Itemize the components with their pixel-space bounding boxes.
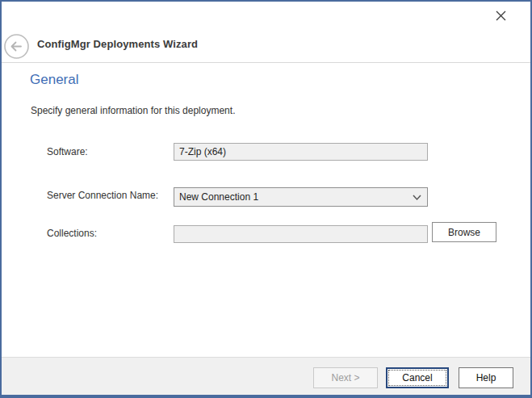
software-input[interactable] xyxy=(174,143,428,161)
close-button[interactable] xyxy=(488,5,513,26)
cancel-button[interactable]: Cancel xyxy=(386,367,449,388)
software-label: Software: xyxy=(47,146,88,157)
server-connection-select[interactable]: New Connection 1 xyxy=(174,187,428,207)
back-arrow-icon xyxy=(4,34,29,59)
page-description: Specify general information for this dep… xyxy=(31,105,235,116)
wizard-window: ConfigMgr Deployments Wizard General Spe… xyxy=(0,0,532,398)
page-heading: General xyxy=(30,72,78,88)
next-button[interactable]: Next > xyxy=(313,367,378,388)
footer-bar: Next > Cancel Help xyxy=(2,357,530,395)
wizard-header: ConfigMgr Deployments Wizard xyxy=(2,24,530,63)
page-content: General Specify general information for … xyxy=(2,64,530,358)
server-connection-label: Server Connection Name: xyxy=(47,190,158,201)
chevron-down-icon xyxy=(413,194,421,201)
close-icon xyxy=(495,10,507,22)
title-bar xyxy=(2,2,530,26)
server-connection-selected-value: New Connection 1 xyxy=(179,191,258,203)
wizard-title: ConfigMgr Deployments Wizard xyxy=(37,24,198,63)
collections-input[interactable] xyxy=(174,225,428,243)
browse-button[interactable]: Browse xyxy=(432,222,496,242)
collections-label: Collections: xyxy=(47,228,97,239)
help-button[interactable]: Help xyxy=(459,367,513,388)
back-button[interactable] xyxy=(4,34,29,59)
